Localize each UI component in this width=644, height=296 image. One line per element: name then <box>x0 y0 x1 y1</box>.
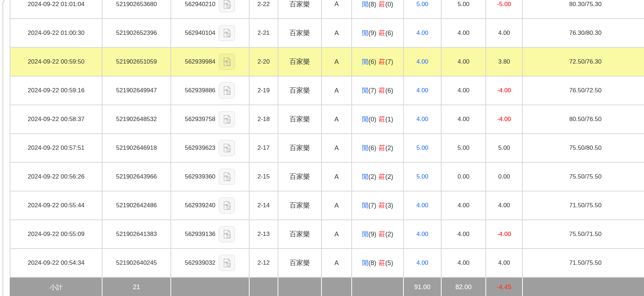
game-type: 百家樂 <box>278 19 321 47</box>
win-loss-amount: 4.00 <box>486 191 522 220</box>
bet-amount-link[interactable]: 5.00 <box>403 162 441 191</box>
balance-before-after: 80.30/75.30 <box>522 0 644 19</box>
round-number: 2-17 <box>249 134 278 162</box>
player-label: 閒 <box>362 173 369 180</box>
game-number: 562939623 <box>185 144 215 152</box>
win-loss-amount: -4.00 <box>486 76 522 105</box>
video-replay-button[interactable] <box>219 54 235 70</box>
game-result: 閒(2)莊(2) <box>352 162 403 191</box>
game-number-cell: 562939032 <box>171 249 249 277</box>
banker-label: 莊 <box>379 116 385 123</box>
video-file-icon <box>221 114 232 125</box>
table-code: A <box>321 105 352 134</box>
bet-records-table: 2024-09-22 01:01:04 521902653680 5629402… <box>10 0 644 296</box>
table-code: A <box>321 249 352 277</box>
round-number: 2-15 <box>249 162 278 191</box>
bet-amount-link[interactable]: 4.00 <box>403 191 441 220</box>
banker-label: 莊 <box>379 202 385 209</box>
bet-amount-link[interactable]: 5.00 <box>403 0 441 19</box>
banker-label: 莊 <box>379 87 385 94</box>
subtotal-empty-cell <box>522 277 644 296</box>
bet-number: 521902640245 <box>102 249 171 277</box>
game-number-cell: 562939136 <box>171 220 249 249</box>
valid-amount: 4.00 <box>441 47 486 76</box>
game-number-cell: 562939984 <box>171 47 249 76</box>
bet-amount-link[interactable]: 5.00 <box>403 134 441 162</box>
video-replay-button[interactable] <box>219 25 235 41</box>
game-number: 562939758 <box>185 116 215 123</box>
bet-amount-link[interactable]: 4.00 <box>403 19 441 47</box>
player-label: 閒 <box>362 231 369 238</box>
balance-before-after: 75.50/71.50 <box>522 220 644 249</box>
bet-number: 521902642486 <box>102 191 171 220</box>
game-number-cell: 562939623 <box>171 134 249 162</box>
bet-number: 521902648532 <box>102 105 171 134</box>
game-type: 百家樂 <box>278 191 321 220</box>
valid-amount: 4.00 <box>441 220 486 249</box>
game-type: 百家樂 <box>278 0 321 19</box>
balance-before-after: 75.50/75.50 <box>522 162 644 191</box>
video-replay-button[interactable] <box>219 82 235 99</box>
video-replay-button[interactable] <box>219 226 235 242</box>
bet-number: 521902641383 <box>102 220 171 249</box>
bet-amount-link[interactable]: 4.00 <box>403 220 441 249</box>
table-row: 2024-09-22 00:54:34 521902640245 5629390… <box>10 249 644 277</box>
subtotal-row: 小計 21 91.00 82.00 -4.45 <box>10 277 644 296</box>
banker-label: 莊 <box>379 259 385 267</box>
banker-score: (2) <box>385 231 393 238</box>
valid-amount: 0.00 <box>441 162 486 191</box>
win-loss-amount: 5.00 <box>486 134 522 162</box>
video-replay-button[interactable] <box>219 197 235 214</box>
bet-number: 521902643966 <box>102 162 171 191</box>
video-file-icon <box>221 171 232 182</box>
win-loss-amount: 4.00 <box>486 249 522 277</box>
valid-amount: 4.00 <box>441 105 486 134</box>
bet-time: 2024-09-22 00:57:51 <box>10 134 102 162</box>
player-score: (6) <box>369 58 376 65</box>
banker-score: (0) <box>385 1 393 8</box>
player-label: 閒 <box>362 202 369 209</box>
bet-amount-link[interactable]: 4.00 <box>403 76 441 105</box>
game-number-cell: 562939360 <box>171 162 249 191</box>
player-score: (7) <box>369 202 376 209</box>
video-replay-button[interactable] <box>219 111 235 128</box>
game-result: 閒(6)莊(7) <box>352 47 403 76</box>
banker-score: (1) <box>385 116 393 123</box>
game-number: 562939984 <box>185 58 215 65</box>
round-number: 2-19 <box>249 76 278 105</box>
subtotal-winloss-total: -4.45 <box>486 277 522 296</box>
balance-before-after: 72.50/76.30 <box>522 47 644 76</box>
player-score: (9) <box>369 231 376 238</box>
win-loss-amount: 3.80 <box>486 47 522 76</box>
video-replay-button[interactable] <box>219 255 235 271</box>
balance-before-after: 76.50/72.50 <box>522 76 644 105</box>
bet-amount-link[interactable]: 4.00 <box>403 47 441 76</box>
round-number: 2-22 <box>249 0 278 19</box>
player-label: 閒 <box>362 29 369 37</box>
game-number: 562939032 <box>185 259 215 267</box>
game-result: 閒(8)莊(5) <box>352 249 403 277</box>
bet-amount-link[interactable]: 4.00 <box>403 249 441 277</box>
bet-time: 2024-09-22 00:55:09 <box>10 220 102 249</box>
bet-amount-link[interactable]: 4.00 <box>403 105 441 134</box>
round-number: 2-20 <box>249 47 278 76</box>
bet-number: 521902652396 <box>102 19 171 47</box>
game-result: 閒(7)莊(6) <box>352 76 403 105</box>
table-code: A <box>321 191 352 220</box>
banker-score: (2) <box>385 144 393 152</box>
player-score: (2) <box>369 173 376 180</box>
table-row: 2024-09-22 00:57:51 521902646918 5629396… <box>10 134 644 162</box>
player-score: (9) <box>369 29 376 37</box>
table-code: A <box>321 0 352 19</box>
game-result: 閒(6)莊(2) <box>352 134 403 162</box>
valid-amount: 4.00 <box>441 76 486 105</box>
bet-time: 2024-09-22 00:54:34 <box>10 249 102 277</box>
video-replay-button[interactable] <box>219 0 235 13</box>
player-score: (6) <box>369 144 376 152</box>
video-file-icon <box>221 28 232 38</box>
game-number-cell: 562939240 <box>171 191 249 220</box>
player-label: 閒 <box>362 259 369 267</box>
video-replay-button[interactable] <box>219 140 235 156</box>
banker-score: (7) <box>385 58 393 65</box>
video-replay-button[interactable] <box>219 168 235 185</box>
